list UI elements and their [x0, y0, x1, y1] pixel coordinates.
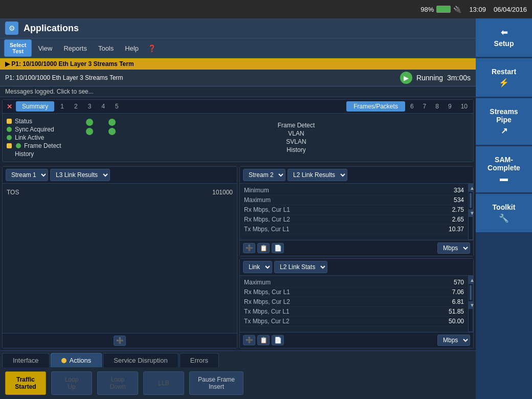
l3-results-select[interactable]: L3 Link Results: [50, 169, 110, 181]
l2-results-select[interactable]: L2 Link Results: [287, 169, 347, 181]
right-top-footer: ➕ 📋 📄 Mbps: [240, 240, 473, 256]
add-button[interactable]: ➕: [243, 243, 255, 253]
add-stream-button[interactable]: ➕: [114, 336, 126, 346]
streams-label: Streams Pipe: [490, 107, 518, 124]
right-bottom-table: Maximum 570 Rx Mbps, Cur L1 7.06 Rx Mbps…: [240, 276, 468, 332]
setup-icon: ⬅: [501, 28, 507, 37]
link-select[interactable]: Link: [243, 261, 272, 273]
wifi-icon: 🔌: [453, 6, 461, 13]
tab-service-disruption[interactable]: Service Disruption: [103, 353, 179, 367]
left-result-panel: Stream 1 L3 Link Results TOS 101000 ➕: [2, 166, 237, 348]
sam-complete-button[interactable]: SAM- Complete ▬: [476, 146, 532, 193]
traffic-started-button[interactable]: Traffic Started: [5, 371, 46, 395]
toolkit-label: Toolkit: [493, 203, 516, 211]
gear-icon: ⚙: [9, 24, 15, 32]
toolkit-button[interactable]: Toolkit 🔧: [476, 194, 532, 233]
select-test-button[interactable]: Select Test: [4, 39, 32, 57]
frames-panel: Frame Detect VLAN SVLAN History: [123, 117, 469, 159]
mbps-select-top[interactable]: Mbps: [437, 242, 470, 254]
tos-label: TOS: [7, 189, 19, 196]
pause-frame-button[interactable]: Pause Frame Insert: [189, 371, 243, 395]
vlan-label: VLAN: [127, 130, 465, 137]
indicator-2-1: [108, 119, 116, 126]
l2-stats-select[interactable]: L2 Link Stats: [274, 261, 327, 273]
tab-interface[interactable]: Interface: [2, 353, 50, 367]
scroll-up-button2[interactable]: ▲: [469, 276, 473, 284]
right-bottom-scrollbar[interactable]: ▲ ▼: [468, 276, 473, 332]
toolkit-icon: 🔧: [499, 213, 509, 223]
summary-tab[interactable]: Summary: [16, 101, 54, 112]
tab-actions[interactable]: Actions: [51, 353, 102, 367]
reports-menu[interactable]: Reports: [58, 42, 92, 54]
streams-pipe-button[interactable]: Streams Pipe ↗: [476, 98, 532, 145]
right-top-header: Stream 2 L2 Link Results: [240, 167, 473, 184]
scroll-down-button2[interactable]: ▼: [469, 301, 473, 309]
left-footer: ➕: [3, 333, 237, 348]
bottom-tabs: Interface Actions Service Disruption Err…: [0, 350, 476, 399]
restart-button[interactable]: Restart ⚡: [476, 58, 532, 97]
port-indicators: [86, 117, 116, 159]
left-panel-header: Stream 1 L3 Link Results: [3, 167, 237, 184]
frames-packets-tab[interactable]: Frames/Packets: [346, 101, 405, 112]
notification-label: ▶ P1: 10/100/1000 Eth Layer 3 Streams Te…: [5, 60, 471, 68]
loop-down-button[interactable]: Loop Down: [97, 371, 138, 395]
timer: 3m:00s: [447, 74, 471, 82]
table-row: Rx Mbps, Cur L1 7.06: [242, 287, 466, 297]
paste-button2[interactable]: 📄: [272, 335, 284, 345]
svlan-label: SVLAN: [127, 138, 465, 145]
stream1-select[interactable]: Stream 1: [6, 169, 48, 181]
mbps-select-bottom[interactable]: Mbps: [437, 335, 470, 346]
close-button[interactable]: ✕: [4, 102, 15, 112]
setup-button[interactable]: ⬅ Setup: [476, 18, 532, 57]
play-button[interactable]: ▶: [400, 72, 412, 84]
tos-row: TOS 101000: [7, 188, 233, 197]
date: 06/04/2016: [494, 6, 527, 13]
test-info-bar: P1: 10/100/1000 Eth Layer 3 Streams Term…: [0, 70, 476, 86]
right-bottom-panel: Link L2 Link Stats Maximum 570: [239, 258, 474, 348]
help-menu[interactable]: Help: [120, 42, 144, 54]
streams-icon: ↗: [501, 126, 507, 136]
right-top-scrollbar[interactable]: ▲ ▼: [468, 184, 473, 240]
loop-up-button[interactable]: Loop Up: [51, 371, 92, 395]
stream2-select[interactable]: Stream 2: [243, 169, 285, 181]
right-sidebar: ⬅ Setup Restart ⚡ Streams Pipe ↗ SAM- Co…: [476, 18, 532, 399]
messages-bar[interactable]: Messages logged. Click to see...: [0, 86, 476, 97]
scroll-up-button[interactable]: ▲: [469, 184, 473, 192]
status-item-status: Status: [7, 118, 78, 125]
right-top-table: Minimum 334 Maximum 534 Rx Mbps, Cur L1 …: [240, 184, 468, 240]
restart-label: Restart: [492, 68, 516, 76]
scroll-down-button[interactable]: ▼: [469, 209, 473, 217]
notification-bar[interactable]: ▶ P1: 10/100/1000 Eth Layer 3 Streams Te…: [0, 58, 476, 70]
table-row: Minimum 334: [242, 186, 466, 195]
battery-percent: 98%: [420, 6, 434, 13]
copy-button[interactable]: 📋: [257, 243, 270, 253]
scroll-thumb[interactable]: [470, 193, 472, 208]
indicator-1-1: [86, 119, 93, 126]
top-bar: 98% 🔌 13:09 06/04/2016: [0, 0, 532, 18]
status-item-frame: Frame Detect: [7, 142, 78, 149]
copy-button2[interactable]: 📋: [257, 335, 270, 345]
help-icon[interactable]: ❓: [145, 43, 159, 53]
table-row: Tx Mbps, Cur L1 10.37: [242, 225, 466, 234]
status-dot-green2: [7, 135, 12, 140]
lightning-icon: ⚡: [499, 78, 509, 87]
llb-button[interactable]: LLB: [143, 371, 184, 395]
paste-button[interactable]: 📄: [272, 243, 284, 253]
right-bottom-data: Maximum 570 Rx Mbps, Cur L1 7.06 Rx Mbps…: [240, 276, 473, 332]
view-menu[interactable]: View: [33, 42, 57, 54]
scroll-thumb2[interactable]: [470, 285, 472, 300]
clock: 13:09: [469, 6, 486, 13]
frame-detect-label: Frame Detect: [127, 122, 465, 129]
summary-panel: ✕ Summary 1 2 3 4 5 Frames/Packets 6 7 8…: [2, 99, 474, 162]
port-col-1: [86, 119, 93, 159]
results-area: Stream 1 L3 Link Results TOS 101000 ➕: [0, 164, 476, 350]
app-icon: ⚙: [5, 21, 18, 35]
add-button2[interactable]: ➕: [243, 335, 255, 345]
tools-menu[interactable]: Tools: [93, 42, 119, 54]
test-name: P1: 10/100/1000 Eth Layer 3 Streams Term: [5, 74, 123, 81]
left-panel-content: TOS 101000: [3, 184, 237, 333]
status-dot-green: [7, 127, 12, 132]
tab-errors[interactable]: Errors: [180, 353, 219, 367]
right-bottom-header: Link L2 Link Stats: [240, 259, 473, 276]
port-numbers-right: 6 7 8 9 10: [406, 103, 472, 110]
